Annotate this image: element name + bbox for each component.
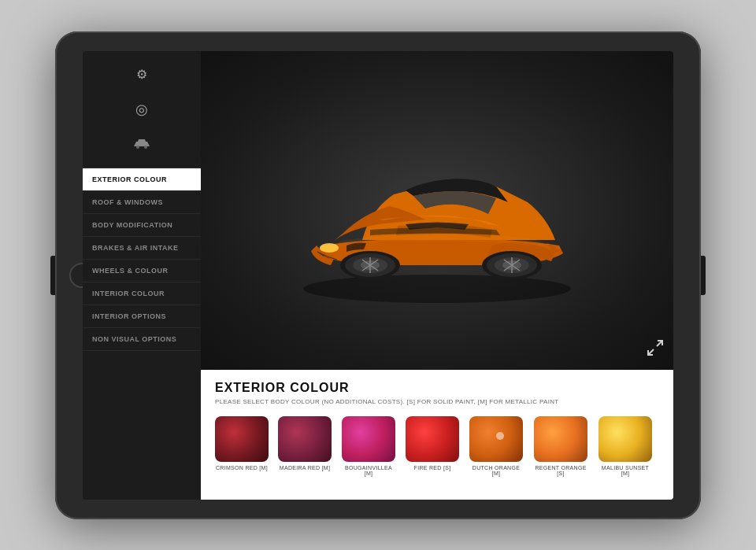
swatch-color-crimson-red xyxy=(215,416,269,462)
swatch-fire-red[interactable]: FIRE RED [S] xyxy=(406,416,459,471)
swatch-label-dutch-orange: DUTCH ORANGE [M] xyxy=(469,465,524,476)
tablet-screen: ⚙ ◎ EXTERIOR COLOUR ROOF & WINDOWS xyxy=(83,51,673,500)
swatch-crimson-red[interactable]: CRIMSON RED [M] xyxy=(215,416,269,471)
swatch-color-dutch-orange xyxy=(469,416,523,462)
swatch-label-regent-orange: REGENT ORANGE [S] xyxy=(533,465,588,476)
svg-line-19 xyxy=(648,349,654,355)
sidebar-item-roof-windows[interactable]: ROOF & WINDOWS xyxy=(83,191,201,214)
sidebar-item-brakes-air-intake[interactable]: BRAKES & AIR INTAKE xyxy=(83,237,201,260)
tablet-side-button-left xyxy=(50,256,55,295)
section-subtitle: PLEASE SELECT BODY COLOUR (NO ADDITIONAL… xyxy=(215,398,659,405)
sidebar-icons: ⚙ ◎ xyxy=(83,51,201,168)
swatch-malibu-sunset[interactable]: MALIBU SUNSET [M] xyxy=(598,416,653,476)
swatch-label-madeira-red: MADEIRA RED [M] xyxy=(280,465,330,471)
swatch-madeira-red[interactable]: MADEIRA RED [M] xyxy=(278,416,332,471)
color-swatches: CRIMSON RED [M] MADEIRA RED [M] BOUGAINV… xyxy=(215,416,659,476)
sidebar: ⚙ ◎ EXTERIOR COLOUR ROOF & WINDOWS xyxy=(83,51,201,500)
car-icon[interactable] xyxy=(130,132,154,156)
svg-point-3 xyxy=(320,243,339,253)
swatch-regent-orange[interactable]: REGENT ORANGE [S] xyxy=(533,416,588,476)
tablet-side-button-right xyxy=(701,256,706,295)
main-content: EXTERIOR COLOUR PLEASE SELECT BODY COLOU… xyxy=(201,51,673,500)
swatch-label-bougainvillea: BOUGAINVILLEA [M] xyxy=(341,465,396,476)
swatch-bougainvillea[interactable]: BOUGAINVILLEA [M] xyxy=(341,416,396,476)
sidebar-item-wheels-colour[interactable]: WHEELS & COLOUR xyxy=(83,260,201,282)
svg-point-2 xyxy=(303,275,571,303)
svg-line-18 xyxy=(657,341,662,346)
car-image xyxy=(268,108,606,312)
section-title: EXTERIOR COLOUR xyxy=(215,381,659,395)
steering-wheel-icon[interactable]: ◎ xyxy=(130,98,154,121)
swatch-color-malibu-sunset xyxy=(598,416,652,462)
swatch-color-bougainvillea xyxy=(342,416,395,462)
sidebar-item-exterior-colour[interactable]: EXTERIOR COLOUR xyxy=(83,168,201,191)
svg-point-1 xyxy=(144,146,147,149)
sidebar-item-interior-colour[interactable]: INTERIOR COLOUR xyxy=(83,282,201,305)
sidebar-item-body-modification[interactable]: BODY MODIFICATION xyxy=(83,214,201,237)
app-layout: ⚙ ◎ EXTERIOR COLOUR ROOF & WINDOWS xyxy=(83,51,673,500)
swatch-color-madeira-red xyxy=(278,416,332,462)
settings-icon[interactable]: ⚙ xyxy=(130,63,154,87)
swatch-label-malibu-sunset: MALIBU SUNSET [M] xyxy=(598,465,653,476)
swatch-label-crimson-red: CRIMSON RED [M] xyxy=(216,465,268,471)
swatch-color-fire-red xyxy=(406,416,459,462)
tablet-frame: ⚙ ◎ EXTERIOR COLOUR ROOF & WINDOWS xyxy=(55,31,701,519)
swatch-color-regent-orange xyxy=(534,416,587,462)
swatch-dutch-orange[interactable]: DUTCH ORANGE [M] xyxy=(469,416,524,476)
sidebar-menu: EXTERIOR COLOUR ROOF & WINDOWS BODY MODI… xyxy=(83,168,201,500)
swatch-label-fire-red: FIRE RED [S] xyxy=(414,465,451,471)
expand-button[interactable] xyxy=(647,339,664,360)
sidebar-item-non-visual-options[interactable]: NON VISUAL OPTIONS xyxy=(83,328,201,351)
sidebar-item-interior-options[interactable]: INTERIOR OPTIONS xyxy=(83,305,201,328)
car-viewer xyxy=(201,51,673,370)
bottom-panel: EXTERIOR COLOUR PLEASE SELECT BODY COLOU… xyxy=(201,370,673,500)
svg-point-0 xyxy=(136,146,139,149)
